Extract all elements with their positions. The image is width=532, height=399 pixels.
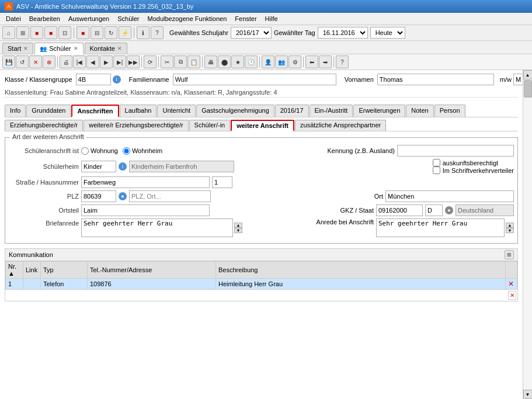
anrede-up[interactable]: ▲ [506,223,514,228]
vornamen-input[interactable] [377,74,494,85]
comm-add-btn[interactable]: ⊞ [505,250,514,259]
sec-arrow-left-btn[interactable]: ⬅ [305,55,318,68]
sec-user-btn[interactable]: 👤 [262,55,274,68]
hausnummer-input[interactable] [212,176,232,188]
heute-select[interactable]: Heute [370,27,405,39]
ortsteil-input[interactable] [81,204,210,216]
tab-start[interactable]: Start ✕ [2,43,33,54]
sec-arrow-right-btn[interactable]: ➡ [319,55,332,68]
menu-auswertungen[interactable]: Auswertungen [65,14,113,23]
menu-datei[interactable]: Datei [2,14,25,23]
plz-info-icon[interactable]: ● [119,192,127,200]
toolbar-question-btn[interactable]: ? [151,26,164,39]
menu-hilfe[interactable]: Hilfe [262,14,281,23]
nav-tab-noten[interactable]: Noten [406,105,433,117]
nav-tab-gastschul[interactable]: Gastschulgenehmigung [196,105,274,117]
sec-nav-last[interactable]: ▶| [113,55,126,68]
sec-print2-btn[interactable]: 🖶 [204,55,217,68]
ort-input[interactable] [385,190,514,202]
sec-scissors-btn[interactable]: ✂ [161,55,173,68]
briefanrede-down[interactable]: ▼ [234,228,242,233]
comm-delete-btn[interactable]: ✕ [508,291,516,300]
table-row[interactable]: 1 Telefon 109876 Heimleitung Herr Grau ✕ [6,279,517,290]
sec-nav-prev[interactable]: ◀ [86,55,99,68]
tab-start-close[interactable]: ✕ [23,46,28,51]
schriftverkehr-option[interactable]: Im Schriftverkehrverteiler [433,166,514,174]
schuljahr-select[interactable]: 2016/17 [231,27,272,39]
wohnung-option[interactable]: Wohnung [81,147,118,155]
mw-input[interactable] [513,74,523,85]
sub-tab-schueler[interactable]: Schüler/-in [189,120,231,131]
toolbar-icon-4[interactable]: ■ [44,26,57,39]
toolbar-icon-7[interactable]: ⊟ [91,26,103,39]
tab-schueler[interactable]: 👥 Schüler ✕ [34,43,83,54]
klasse-input[interactable] [76,74,111,85]
menu-schueler[interactable]: Schüler [114,14,142,23]
kennung-input[interactable] [397,145,514,157]
toolbar-icon-8[interactable]: ↻ [105,26,117,39]
toolbar-icon-5[interactable]: ⊡ [58,26,71,39]
toolbar-icon-2[interactable]: ⊞ [16,26,29,39]
sec-delete-btn[interactable]: ✕ [29,55,42,68]
anrede-bei-anschrift-textarea[interactable]: Sehr geehrter Herr Grau [376,218,505,237]
sec-star-btn[interactable]: ★ [231,55,244,68]
staat-input[interactable] [425,204,443,216]
briefanrede-up[interactable]: ▲ [234,223,242,228]
wohnheim-radio[interactable] [123,147,130,155]
familienname-input[interactable] [173,74,336,85]
plzort-input[interactable] [129,190,211,202]
staat-info-icon[interactable]: ● [445,206,453,214]
nav-tab-erweiterungen[interactable]: Erweiterungen [353,105,405,117]
scroll-track[interactable] [523,79,532,390]
wohnheim-option[interactable]: Wohnheim [123,147,162,155]
sec-cancel-btn[interactable]: ⊗ [43,55,55,68]
menu-modulfunktionen[interactable]: Modulbezogene Funktionen [144,14,231,23]
nav-tab-info[interactable]: Info [5,105,26,117]
toolbar-icon-9[interactable]: ⚡ [119,26,131,39]
tab-kontakte-close[interactable]: ✕ [117,46,122,51]
sec-refresh-btn[interactable]: ↺ [16,55,29,68]
auskunft-checkbox[interactable] [433,159,440,166]
scroll-up[interactable]: ▲ [523,70,533,79]
tab-schueler-close[interactable]: ✕ [74,46,78,51]
sec-settings-btn[interactable]: ⚙ [288,55,301,68]
toolbar-icon-6[interactable]: ■ [77,26,89,39]
sec-nav-fast[interactable]: ▶▶ [127,55,140,68]
nav-tab-anschriften[interactable]: Anschriften [71,105,119,117]
sec-refresh2-btn[interactable]: ⟳ [144,55,157,68]
sec-group-btn[interactable]: 👥 [275,55,288,68]
sec-nav-next[interactable]: ▶ [100,55,113,68]
sec-nav-first[interactable]: |◀ [73,55,86,68]
sub-tab-zusaetzliche[interactable]: zusätzliche Ansprechpartner [295,120,386,131]
row-delete[interactable]: ✕ [506,279,517,290]
sec-print-btn[interactable]: 🖨 [60,55,72,68]
plz-input[interactable] [81,190,116,202]
nav-tab-unterricht[interactable]: Unterricht [157,105,196,117]
menu-bearbeiten[interactable]: Bearbeiten [26,14,64,23]
sub-tab-weitere-anschrift[interactable]: weitere Anschrift [231,120,294,131]
sec-copy-btn[interactable]: ⧉ [174,55,187,68]
sec-clock-btn[interactable]: 🕐 [245,55,258,68]
sec-circle-btn[interactable]: ⬤ [218,55,231,68]
tab-kontakte[interactable]: Kontakte ✕ [85,43,127,54]
auskunft-option[interactable]: auskunftsberechtigt [433,159,514,166]
anrede-down[interactable]: ▼ [506,228,514,233]
nav-tab-laufbahn[interactable]: Laufbahn [120,105,157,117]
briefanrede-textarea[interactable]: Sehr geehrter Herr Grau [81,218,233,237]
toolbar-info-btn[interactable]: ℹ [137,26,149,39]
nav-tab-grunddaten[interactable]: Grunddaten [26,105,71,117]
sub-tab-erziehungsberechtigt[interactable]: Erziehungsberechtigte/r [5,120,83,131]
menu-fenster[interactable]: Fenster [231,14,260,23]
sec-help-btn[interactable]: ? [336,55,349,68]
tag-select[interactable]: 16.11.2016 [318,27,368,39]
scroll-thumb[interactable] [524,80,532,98]
scroll-down[interactable]: ▼ [523,390,533,399]
nav-tab-2016[interactable]: 2016/17 [275,105,309,117]
toolbar-icon-1[interactable]: ⌂ [2,26,15,39]
wohnung-radio[interactable] [81,147,89,155]
schuelerheim-info-icon[interactable]: i [119,162,127,171]
sec-save-btn[interactable]: 💾 [2,55,15,68]
sub-tab-weitere-erziehungsberechtigt[interactable]: weitere/r Erziehungsberechtigte/r [84,120,188,131]
klasse-info-icon[interactable]: i [113,75,121,84]
toolbar-icon-3[interactable]: ■ [30,26,43,39]
